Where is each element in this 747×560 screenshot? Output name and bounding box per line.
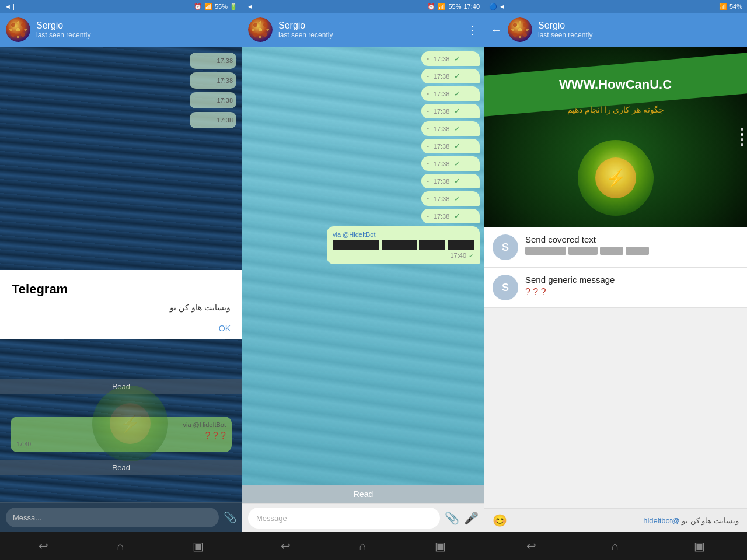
battery-p2: 55% (448, 3, 461, 10)
contact-name-p3: Sergio (538, 20, 741, 31)
dot-4 (741, 144, 743, 146)
back-nav-icon-p3[interactable]: ↩ (526, 539, 536, 553)
msg-row-4: • 17:38 ✓ (247, 104, 480, 118)
input-placeholder-p2: Message (256, 514, 287, 523)
home-nav-icon-p3[interactable]: ⌂ (612, 540, 619, 553)
bubble-special: via @HideItBot 17:40 ✓ (327, 226, 480, 264)
contact-status-p3: last seen recently (538, 31, 741, 39)
check-icon-4: ✓ (454, 107, 460, 116)
bot-item-title-covered: Send covered text (525, 235, 739, 244)
bottom-nav-p2: ↩ ⌂ ▣ (242, 532, 484, 560)
special-time: 17:40 (450, 252, 466, 260)
chat-header-p2: Sergio last seen recently ⋮ (242, 13, 484, 47)
dialog-ok-button[interactable]: OK (219, 324, 231, 333)
redacted-4 (448, 240, 474, 250)
bot-item-content-covered: Send covered text (525, 235, 739, 255)
back-nav-icon-p2[interactable]: ↩ (281, 539, 291, 553)
footer-label: وبسایت هاو کن یو (682, 516, 739, 525)
back-arrow-p3[interactable]: ← (490, 23, 502, 37)
read-bar-2-wrapper: Read (0, 460, 242, 475)
footer-emoji: 😊 (493, 513, 507, 527)
logo-circle-watermark: ⚡ (92, 386, 168, 461)
header-info-p1: Sergio last seen recently (36, 20, 236, 39)
bubble-5: • 17:38 ✓ (421, 121, 480, 136)
header-info-p2: Sergio last seen recently (278, 20, 461, 39)
msg-row-5: • 17:38 ✓ (247, 121, 480, 136)
chat-bg-p1: 17:38 17:38 17:38 17:38 Telegram وبسایت … (0, 47, 242, 502)
input-bar-p1: Messa... 📎 (0, 502, 242, 532)
read-button-p2[interactable]: Read (242, 485, 484, 503)
dialog-title: Telegram (12, 282, 231, 297)
dialog-content: Telegram وبسایت هاو کن یو (0, 270, 242, 318)
bubble-3: • 17:38 ✓ (421, 86, 480, 101)
home-nav-icon-p1[interactable]: ⌂ (117, 540, 124, 553)
redacted-3 (419, 240, 445, 250)
panel-left: ◄ | ⏰ 📶 55% 🔋 Sergio last seen recently … (0, 0, 242, 560)
home-nav-icon-p2[interactable]: ⌂ (359, 540, 366, 553)
check-icon-10: ✓ (454, 212, 460, 220)
dot-2 (741, 133, 743, 136)
footer-handle[interactable]: @hideitbot (643, 516, 679, 525)
msg-row-1: • 17:38 ✓ (247, 51, 480, 66)
contact-name-p2: Sergio (278, 20, 461, 31)
status-left-p3: 🔵 ◄ (489, 3, 505, 10)
bubble-2: • 17:38 ✓ (421, 69, 480, 83)
message-input-p1[interactable]: Messa... (6, 508, 219, 527)
mini-bubble-2: 17:38 (190, 72, 236, 89)
signal-icon-p2: ◄ (247, 3, 253, 10)
attachment-icon-p2[interactable]: 📎 (445, 511, 459, 525)
input-placeholder-p1: Messa... (13, 513, 41, 522)
bot-item-desc-generic: ? ? ? (525, 287, 739, 298)
attachment-icon-p1[interactable]: 📎 (224, 511, 236, 524)
msg-row-7: • 17:38 ✓ (247, 156, 480, 171)
check-icon-7: ✓ (454, 159, 460, 168)
battery-icon: 55% 🔋 (215, 3, 238, 10)
telegram-icon-p3: 🔵 ◄ (489, 3, 505, 10)
bubble-8: • 17:38 ✓ (421, 174, 480, 188)
signal-icon: ◄ | (5, 3, 15, 10)
bot-item-covered[interactable]: S Send covered text (484, 228, 747, 268)
more-menu-icon[interactable]: ⋮ (467, 23, 479, 37)
footer-bar-p3: 😊 وبسایت هاو کن یو @hideitbot (484, 508, 747, 532)
status-left-p1: ◄ | (5, 3, 15, 10)
msg-row-6: • 17:38 ✓ (247, 139, 480, 153)
watermark-p1: ⚡ (92, 386, 151, 444)
questions-generic: ? ? ? (525, 287, 546, 298)
check-icon-9: ✓ (454, 194, 460, 203)
avatar-mandala-p1 (6, 18, 30, 42)
logo-circle: ⚡ (578, 140, 654, 216)
msg-row-9: • 17:38 ✓ (247, 191, 480, 206)
check-icon-5: ✓ (454, 124, 460, 133)
via-bot-p2: via @HideItBot (333, 231, 474, 238)
alarm-icon: ⏰ (194, 3, 202, 10)
covered-block-2 (568, 247, 598, 255)
msg-row-8: • 17:38 ✓ (247, 174, 480, 188)
msg-row-2: • 17:38 ✓ (247, 69, 480, 83)
bubble-10: • 17:38 ✓ (421, 209, 480, 223)
status-bar-p3: 🔵 ◄ 📶 54% (484, 0, 747, 13)
contact-status-p2: last seen recently (278, 31, 461, 39)
avatar-p2 (248, 18, 273, 42)
bottom-nav-p1: ↩ ⌂ ▣ (0, 532, 242, 560)
status-right-p1: ⏰ 📶 55% 🔋 (194, 3, 238, 10)
mic-icon-p2[interactable]: 🎤 (464, 511, 479, 525)
msg-row-3: • 17:38 ✓ (247, 86, 480, 101)
bottom-nav-p3: ↩ ⌂ ▣ (484, 532, 747, 560)
panel-right: 🔵 ◄ 📶 54% ← Sergio last seen recently WW… (484, 0, 747, 560)
bot-item-generic[interactable]: S Send generic message ? ? ? (484, 268, 747, 308)
wifi-icon: 📶 (204, 3, 212, 10)
recents-nav-icon-p2[interactable]: ▣ (435, 539, 446, 553)
wifi-icon-p2: 📶 (438, 3, 446, 10)
recents-nav-icon-p3[interactable]: ▣ (694, 539, 705, 553)
chat-header-p1: Sergio last seen recently (0, 13, 242, 47)
mini-bubble-1: 17:38 (190, 52, 236, 69)
hero-url: WWW.HowCanU.C (559, 77, 672, 92)
back-nav-icon-p1[interactable]: ↩ (39, 539, 48, 553)
bot-avatar-generic: S (493, 275, 518, 300)
bot-item-desc-covered (525, 247, 739, 255)
redacted-2 (382, 240, 417, 250)
check-icon-3: ✓ (454, 89, 460, 98)
avatar-p1 (6, 18, 30, 42)
message-input-p2[interactable]: Message (248, 508, 440, 528)
recents-nav-icon-p1[interactable]: ▣ (193, 539, 204, 553)
